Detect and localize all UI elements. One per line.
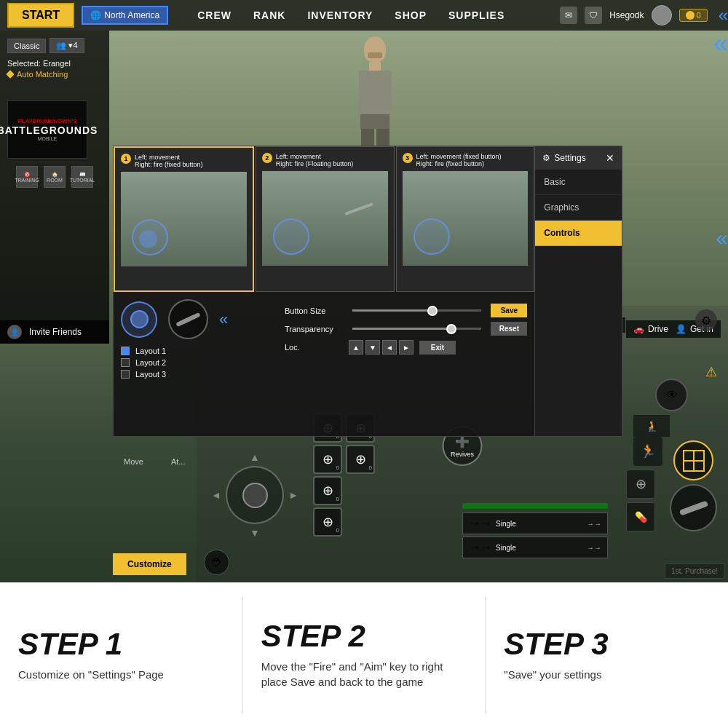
invite-bar: 👤 Invite Friends [0,320,109,344]
item-slot-2[interactable]: 💊 [626,502,655,531]
mode-button[interactable]: Classic [7,39,46,53]
settings-sidebar: ⚙ Settings ✕ Basic Graphics Controls [534,146,622,436]
drive-button[interactable]: 🚗 Drive [633,324,668,334]
layout-2-label: 2 Left: movement Right: fire (Floating b… [262,153,388,167]
close-button[interactable]: ✕ [606,152,614,164]
settings-controls[interactable]: Controls [535,221,622,246]
drive-icon: 🚗 [633,324,644,334]
loc-up-button[interactable]: ▲ [349,340,363,355]
weapon-bar-2[interactable]: →→ Single →→ [462,537,608,558]
step-2-title: STEP 2 [261,621,365,652]
helmet-button[interactable]: ⛑ [204,550,229,575]
layout-header: 1 Left: movement Right: fire (fixed butt… [114,146,534,292]
button-size-label: Button Size [285,306,343,315]
gear-hud-icon: ⚙ [701,314,711,328]
button-size-row: Button Size Save [285,304,527,317]
layout-row-1[interactable]: Layout 1 [121,347,274,355]
layout-row-3[interactable]: Layout 3 [121,370,274,379]
layout-3-preview [403,171,529,266]
nav-right: ✉ 🛡 Hsegodk 0 [560,5,708,25]
layout-2-checkbox[interactable] [121,358,130,367]
weapon-1-arrows: →→ [587,520,601,528]
layout-2-preview [262,171,388,266]
d-pad-left[interactable]: ◄ [211,489,221,501]
bottom-nav-icons: 🎯 TRAINING 🏠 ROOM 📖 TUTORIAL [7,166,102,188]
settings-graphics[interactable]: Graphics [535,195,622,221]
tutorial-icon[interactable]: 📖 TUTORIAL [71,166,93,188]
invite-label[interactable]: Invite Friends [29,327,82,337]
weapon-selector-icon: →→ [469,517,492,530]
mode-selector: Classic 👥 ▾4 [7,38,102,53]
nav-crew[interactable]: CREW [197,9,232,21]
coin-icon [686,11,695,20]
step-3-section: STEP 3 "Save" your settings [486,582,728,728]
d-pad-up[interactable]: ▲ [250,451,260,463]
rifle-control-icon[interactable] [168,299,208,339]
layout-3-checkbox[interactable] [121,370,130,379]
loc-down-button[interactable]: ▼ [365,340,380,355]
d-pad-down[interactable]: ▼ [250,527,260,539]
layout-select-area: « Layout 1 Layout 2 Layout 3 [117,296,277,432]
revive-label: Revives [451,451,474,458]
weapon-2-arrows: →→ [587,544,601,552]
settings-title: ⚙ Settings ✕ [535,146,622,170]
layout-1-checkbox[interactable] [121,347,130,355]
chevrons-right-nav[interactable]: « [719,5,728,25]
fire-button[interactable] [670,484,717,531]
run-button[interactable]: 🏃 [633,437,662,466]
room-icon[interactable]: 🏠 ROOM [44,166,66,188]
customize-button[interactable]: Customize [113,553,186,575]
start-button[interactable]: START [7,3,74,28]
coin-amount: 0 [697,11,701,20]
players-button[interactable]: 👥 ▾4 [50,38,84,53]
region-button[interactable]: 🌐 North America [82,6,168,25]
character-figure [349,36,400,146]
save-button[interactable]: Save [491,304,527,317]
joystick[interactable]: ▲ ▼ ◄ ► [226,466,284,524]
control-icons-row: « [121,299,274,339]
nav-shop[interactable]: SHOP [395,9,427,21]
auto-match[interactable]: Auto Matching [7,70,102,79]
reset-button[interactable]: Reset [491,322,527,336]
transparency-slider[interactable] [352,328,481,330]
item-slot-1[interactable]: ⊕ [626,470,655,499]
mail-icon[interactable]: ✉ [560,7,577,24]
d-pad-right[interactable]: ► [288,489,298,501]
joystick-control-icon[interactable] [121,301,157,338]
layout-option-3[interactable]: 3 Left: movement (fixed button) Right: f… [396,146,535,292]
nav-inventory[interactable]: INVENTORY [307,9,373,21]
nav-supplies[interactable]: SUPPLIES [448,9,505,21]
step-2-description: Move the "Fire" and "Aim" key to right p… [261,659,467,689]
prone-button[interactable]: 🧎 [633,415,670,437]
step-1-section: STEP 1 Customize on "Settings" Page [0,582,242,728]
weapon-bar-1[interactable]: →→ Single →→ [462,513,608,534]
top-navigation: START 🌐 North America CREW RANK INVENTOR… [0,0,728,31]
diamond-icon [6,70,14,78]
eye-button[interactable]: 👁 [655,379,688,411]
joystick-inner [242,483,268,508]
aim-button[interactable] [673,440,713,480]
transparency-thumb[interactable] [446,324,456,334]
action-btn-item-2[interactable]: ⊕ 0 [346,445,375,474]
gear-settings-button[interactable]: ⚙ [695,309,717,331]
action-btn-item-4[interactable]: ⊕ 0 [313,507,342,537]
action-btn-item-1[interactable]: ⊕ 0 [313,445,342,474]
avatar[interactable] [652,5,672,25]
loc-right-button[interactable]: ► [399,340,414,355]
loc-left-button[interactable]: ◄ [382,340,397,355]
layout-row-2[interactable]: Layout 2 [121,358,274,367]
button-size-thumb[interactable] [427,306,438,316]
nav-rank[interactable]: RANK [253,9,285,21]
layout-option-1[interactable]: 1 Left: movement Right: fire (fixed butt… [114,146,254,292]
layout-2-row-label: Layout 2 [135,358,166,367]
action-btn-item-3[interactable]: ⊕ 0 [313,476,342,505]
button-size-slider[interactable] [352,309,481,312]
game-screenshot: START 🌐 North America CREW RANK INVENTOR… [0,0,728,582]
loc-label: Loc. [285,343,343,352]
coin-display: 0 [679,9,708,22]
settings-basic[interactable]: Basic [535,170,622,195]
layout-option-2[interactable]: 2 Left: movement Right: fire (Floating b… [256,146,395,292]
exit-button[interactable]: Exit [419,341,456,355]
joystick-outer[interactable] [226,466,284,524]
training-icon[interactable]: 🎯 TRAINING [16,166,38,188]
